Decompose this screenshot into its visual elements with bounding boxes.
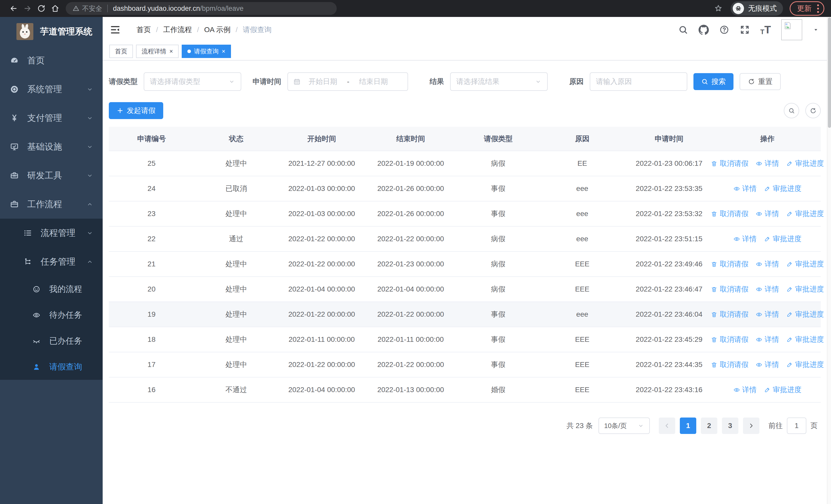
cell-status: 不通过: [194, 385, 278, 395]
cancel-action-link[interactable]: 取消请假: [711, 284, 748, 294]
progress-action-link[interactable]: 审批进度: [786, 259, 824, 269]
address-bar[interactable]: 不安全 dashboard.yudao.iocoder.cn /bpm/oa/l…: [66, 2, 337, 15]
prev-page-button[interactable]: [659, 417, 675, 434]
sidebar-item-研发工具[interactable]: 研发工具: [0, 161, 103, 190]
sidebar-item-请假查询[interactable]: 请假查询: [0, 354, 103, 380]
reason-input[interactable]: [590, 72, 687, 91]
progress-action-link[interactable]: 审批进度: [764, 234, 801, 244]
cell-end: 2022-01-11 00:00:00: [365, 335, 456, 344]
tab-请假查询[interactable]: 请假查询×: [182, 45, 231, 58]
sidebar-item-待办任务[interactable]: 待办任务: [0, 302, 103, 328]
cancel-action-link[interactable]: 取消请假: [711, 259, 748, 269]
update-button[interactable]: 更新: [790, 1, 824, 16]
detail-action-link[interactable]: 详情: [755, 335, 779, 345]
action-label: 取消请假: [720, 335, 748, 345]
cancel-action-link[interactable]: 取消请假: [711, 209, 748, 219]
cancel-action-link[interactable]: 取消请假: [711, 309, 748, 319]
avatar[interactable]: [781, 19, 802, 40]
cancel-action-link[interactable]: 取消请假: [711, 360, 748, 369]
row-actions: 取消请假详情审批进度: [714, 158, 821, 168]
help-icon[interactable]: [719, 25, 729, 35]
menu-dots-icon[interactable]: [817, 4, 819, 13]
action-label: 详情: [765, 259, 779, 269]
page-button-2[interactable]: 2: [701, 417, 717, 434]
sidebar-item-工作流程[interactable]: 工作流程: [0, 190, 103, 219]
page-button-1[interactable]: 1: [680, 417, 696, 434]
detail-action-link[interactable]: 详情: [733, 385, 756, 395]
pager: 123: [657, 417, 762, 434]
progress-action-link[interactable]: 审批进度: [786, 360, 824, 369]
sidebar-item-系统管理[interactable]: 系统管理: [0, 75, 103, 104]
sidebar-item-已办任务[interactable]: 已办任务: [0, 328, 103, 354]
sidebar-item-任务管理[interactable]: 任务管理: [0, 247, 103, 276]
detail-action-link[interactable]: 详情: [733, 184, 756, 194]
scrollbar-thumb[interactable]: [828, 18, 831, 128]
reset-button[interactable]: 重置: [740, 73, 781, 90]
search-button[interactable]: 搜索: [693, 73, 734, 90]
next-page-button[interactable]: [743, 417, 760, 434]
progress-action-link[interactable]: 审批进度: [764, 184, 801, 194]
bookmark-star-icon[interactable]: [714, 4, 723, 13]
sidebar-item-流程管理[interactable]: 流程管理: [0, 219, 103, 247]
detail-action-link[interactable]: 详情: [755, 284, 779, 294]
incognito-badge: 无痕模式: [730, 1, 783, 16]
security-label[interactable]: 不安全: [82, 4, 102, 13]
progress-action-link[interactable]: 审批进度: [786, 209, 824, 219]
forward-icon[interactable]: [21, 2, 34, 16]
cell-applied: 2022-01-22 23:51:15: [624, 235, 714, 243]
list-icon: [22, 228, 33, 238]
detail-action-link[interactable]: 详情: [755, 259, 779, 269]
column-header: 请假类型: [456, 134, 540, 144]
home-icon[interactable]: [48, 2, 62, 16]
cancel-action-link[interactable]: 取消请假: [711, 335, 748, 345]
detail-action-link[interactable]: 详情: [755, 158, 779, 168]
action-label: 取消请假: [720, 360, 748, 369]
progress-action-link[interactable]: 审批进度: [786, 335, 824, 345]
detail-action-link[interactable]: 详情: [755, 360, 779, 369]
chev-down-icon: [86, 230, 93, 237]
sidebar-fold-icon[interactable]: [110, 24, 121, 35]
tab-流程详情[interactable]: 流程详情×: [136, 45, 179, 58]
page-size-select[interactable]: 10条/页: [599, 417, 650, 434]
toggle-search-button[interactable]: [784, 103, 799, 118]
sidebar-item-基础设施[interactable]: 基础设施: [0, 132, 103, 161]
breadcrumb-item[interactable]: 工作流程: [163, 25, 192, 35]
detail-action-link[interactable]: 详情: [733, 234, 756, 244]
tab-首页[interactable]: 首页: [109, 45, 133, 58]
close-icon[interactable]: ×: [169, 48, 173, 55]
end-date-placeholder: 结束日期: [359, 77, 388, 87]
detail-action-link[interactable]: 详情: [755, 209, 779, 219]
sidebar-item-我的流程[interactable]: 我的流程: [0, 276, 103, 302]
breadcrumb-item[interactable]: 首页: [137, 25, 151, 35]
close-icon[interactable]: ×: [222, 48, 225, 55]
back-icon[interactable]: [7, 2, 21, 16]
font-size-icon[interactable]: TT: [760, 24, 771, 36]
progress-action-link[interactable]: 审批进度: [786, 309, 824, 319]
cell-start: 2022-01-04 00:00:00: [278, 386, 365, 394]
leave-type-select[interactable]: 请选择请假类型: [144, 72, 241, 91]
sidebar-menu: 首页系统管理支付管理基础设施研发工具工作流程流程管理任务管理我的流程待办任务已办…: [0, 46, 103, 380]
search-icon[interactable]: [678, 25, 688, 35]
sidebar-item-首页[interactable]: 首页: [0, 46, 103, 75]
page-button-3[interactable]: 3: [722, 417, 738, 434]
page-scrollbar[interactable]: [827, 17, 831, 504]
row-actions: 取消请假详情审批进度: [714, 309, 821, 319]
refresh-table-button[interactable]: [805, 103, 821, 118]
caret-down-icon[interactable]: [812, 26, 819, 33]
breadcrumb-item[interactable]: OA 示例: [204, 25, 231, 35]
progress-action-link[interactable]: 审批进度: [786, 284, 824, 294]
cell-status: 已取消: [194, 184, 278, 194]
reload-icon[interactable]: [34, 2, 48, 16]
progress-action-link[interactable]: 审批进度: [786, 158, 824, 168]
url-domain: dashboard.yudao.iocoder.cn: [113, 5, 200, 12]
goto-page-input[interactable]: [787, 417, 806, 434]
github-icon[interactable]: [698, 25, 709, 35]
create-leave-button[interactable]: 发起请假: [109, 102, 163, 119]
result-select[interactable]: 请选择流结果: [450, 72, 548, 91]
cancel-action-link[interactable]: 取消请假: [711, 158, 748, 168]
sidebar-item-支付管理[interactable]: 支付管理: [0, 104, 103, 132]
fullscreen-icon[interactable]: [740, 25, 750, 35]
apply-time-range-picker[interactable]: 开始日期 - 结束日期: [287, 72, 408, 91]
detail-action-link[interactable]: 详情: [755, 309, 779, 319]
progress-action-link[interactable]: 审批进度: [764, 385, 801, 395]
